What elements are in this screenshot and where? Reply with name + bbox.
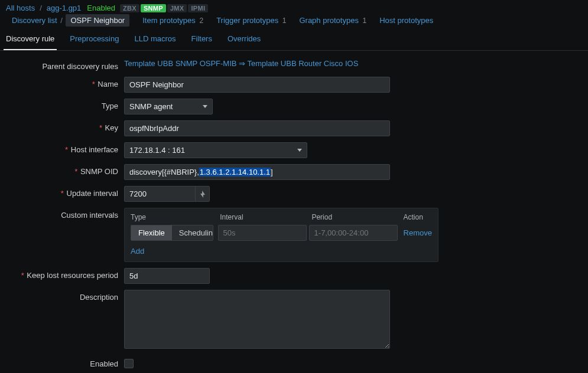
label-host-interface: Host interface: [71, 145, 118, 154]
type-select[interactable]: SNMP agent: [124, 99, 213, 114]
ci-header-interval: Interval: [220, 213, 311, 221]
label-description: Description: [6, 290, 124, 302]
enabled-checkbox[interactable]: [124, 359, 134, 368]
oid-text-selected: 1.3.6.1.2.1.14.10.1.1: [199, 168, 271, 176]
ci-header-type: Type: [131, 213, 220, 221]
flexible-button[interactable]: Flexible: [131, 225, 172, 240]
label-type: Type: [6, 99, 124, 110]
label-enabled: Enabled: [6, 356, 124, 368]
top-links: Discovery list / OSPF Neighbor Item prot…: [12, 16, 433, 25]
chevron-down-icon: [297, 149, 302, 152]
tab-discovery-rule[interactable]: Discovery rule: [4, 30, 57, 50]
proto-zbx: ZBX: [120, 4, 139, 12]
separator: /: [60, 16, 64, 25]
name-input[interactable]: [124, 77, 390, 93]
parent-rule-a[interactable]: Template UBB SNMP OSPF-MIB: [124, 59, 236, 68]
tab-lld-macros[interactable]: LLD macros: [132, 30, 178, 50]
proto-snmp: SNMP: [141, 4, 166, 12]
oid-text-prefix: discovery[{#NBRIP},: [129, 168, 199, 176]
period-input[interactable]: [309, 225, 398, 241]
arrow-icon: ⇒: [239, 59, 245, 68]
proto-ipmi: IPMI: [188, 4, 208, 12]
link-graph-prototypes[interactable]: Graph prototypes: [299, 16, 358, 25]
label-update-interval: Update interval: [67, 189, 118, 198]
label-snmp-oid: SNMP OID: [80, 167, 118, 176]
snmp-oid-input[interactable]: discovery[{#NBRIP},1.3.6.1.2.1.14.10.1.1…: [124, 164, 390, 180]
label-key: Key: [105, 123, 118, 132]
host-enabled-label: Enabled: [87, 4, 115, 12]
description-textarea[interactable]: [124, 290, 390, 349]
graph-proto-count: 1: [363, 17, 367, 25]
tab-filters[interactable]: Filters: [189, 30, 215, 50]
add-interval-link[interactable]: Add: [131, 247, 144, 256]
chevron-down-icon: [203, 105, 207, 108]
form: Parent discovery rules Template UBB SNMP…: [0, 51, 588, 373]
breadcrumb-host[interactable]: agg-1.gp1: [47, 4, 82, 12]
parent-rule-b[interactable]: Template UBB Router Cisco IOS: [248, 59, 359, 68]
separator: /: [40, 4, 42, 12]
breadcrumb-current: OSPF Neighbor: [66, 14, 129, 27]
link-trigger-prototypes[interactable]: Trigger prototypes: [216, 16, 278, 25]
scheduling-button[interactable]: Scheduling: [172, 225, 213, 240]
key-input[interactable]: [124, 120, 390, 136]
item-proto-count: 2: [199, 17, 203, 25]
link-host-prototypes[interactable]: Host prototypes: [379, 16, 433, 25]
host-interface-select[interactable]: 172.18.1.4 : 161: [124, 142, 307, 158]
custom-intervals-box: Type Interval Period Action Flexible Sch…: [124, 208, 438, 262]
label-keep-lost: Keep lost resources period: [27, 271, 118, 280]
label-custom-intervals: Custom intervals: [6, 208, 124, 220]
interval-type-toggle: Flexible Scheduling: [131, 225, 213, 241]
trigger-proto-count: 1: [282, 17, 287, 25]
breadcrumb-all-hosts[interactable]: All hosts: [6, 4, 35, 12]
host-interface-value: 172.18.1.4 : 161: [129, 146, 185, 155]
tabs: Discovery rule Preprocessing LLD macros …: [0, 30, 588, 51]
type-select-value: SNMP agent: [129, 102, 173, 111]
tab-preprocessing[interactable]: Preprocessing: [67, 30, 121, 50]
oid-text-suffix: ]: [271, 168, 273, 176]
tab-overrides[interactable]: Overrides: [225, 30, 263, 50]
link-item-prototypes[interactable]: Item prototypes: [142, 16, 196, 25]
label-name: Name: [98, 80, 118, 89]
label-parent-rules: Parent discovery rules: [6, 59, 124, 71]
protocol-badges: ZBXSNMPJMXIPMI: [119, 4, 208, 12]
remove-interval-link[interactable]: Remove: [404, 228, 432, 237]
instant-icon[interactable]: [195, 186, 209, 201]
link-discovery-list[interactable]: Discovery list: [12, 16, 57, 25]
ci-header-action: Action: [404, 213, 432, 221]
custom-interval-row: Flexible Scheduling Remove: [131, 225, 432, 241]
proto-jmx: JMX: [167, 4, 187, 12]
interval-input[interactable]: [218, 225, 307, 241]
parent-rules-links: Template UBB SNMP OSPF-MIB ⇒ Template UB…: [124, 59, 358, 68]
keep-lost-input[interactable]: [124, 268, 210, 284]
top-bar: All hosts / agg-1.gp1 Enabled ZBXSNMPJMX…: [0, 0, 588, 30]
ci-header-period: Period: [311, 213, 403, 221]
